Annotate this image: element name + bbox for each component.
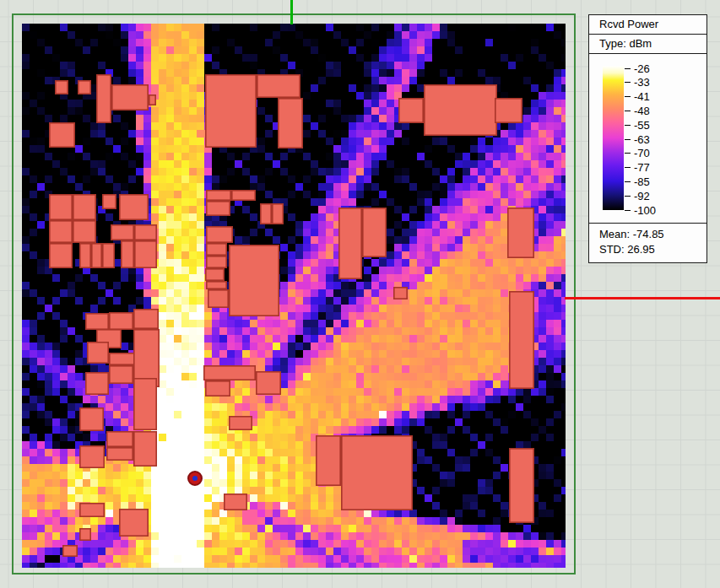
colorbar-tick [625,181,631,182]
legend-panel[interactable]: Rcvd Power Type: dBm -26-33-41-48-55-63-… [588,14,707,263]
colorbar-label-row: -92 [625,189,705,202]
colorbar-label-row: -63 [625,132,705,146]
colorbar-label: -48 [634,105,650,117]
colorbar-tick [625,125,631,126]
legend-colorbar [603,66,624,210]
legend-scale: -26-33-41-48-55-63-70-77-85-92-100 [589,54,706,224]
colorbar-label-row: -33 [625,76,705,89]
colorbar-tick [625,153,631,154]
colorbar-tick [625,68,631,69]
colorbar-label: -92 [634,190,650,202]
horizontal-crosshair-line [565,297,720,299]
colorbar-label-row: -55 [625,118,705,132]
colorbar-label-row: -26 [625,62,705,75]
transmitter-center-dot [192,476,198,481]
colorbar-label: -77 [634,161,650,174]
colorbar-label: -33 [634,76,650,89]
colorbar-label-row: -70 [625,147,705,160]
colorbar-label: -63 [634,133,650,146]
colorbar-label-row: -41 [625,90,705,104]
colorbar-label: -100 [634,204,656,217]
colorbar-label-row: -85 [625,175,705,188]
colorbar-label: -70 [634,147,650,159]
legend-stats: Mean: -74.85 STD: 26.95 [589,224,706,262]
transmitter-marker[interactable] [187,471,203,486]
colorbar-tick [625,96,631,97]
legend-type-label: Type: dBm [589,35,706,54]
colorbar-label: -41 [634,90,650,103]
colorbar-label-row: -100 [625,203,705,217]
colorbar-label-row: -48 [625,104,705,117]
legend-std-value: STD: 26.95 [599,242,703,257]
colorbar-tick [625,82,631,83]
colorbar-tick [625,210,631,211]
colorbar-tick [625,196,631,197]
colorbar-tick [625,139,631,140]
colorbar-tick [625,167,631,168]
vertical-crosshair-line [290,0,293,24]
colorbar-label: -55 [634,119,650,132]
workspace-background: Rcvd Power Type: dBm -26-33-41-48-55-63-… [0,0,720,588]
received-power-heatmap[interactable] [22,24,566,568]
colorbar-label: -26 [634,62,650,75]
legend-mean-value: Mean: -74.85 [599,227,703,242]
colorbar-label: -85 [634,175,650,188]
legend-title: Rcvd Power [589,15,706,35]
colorbar-tick [625,111,631,111]
colorbar-label-row: -77 [625,161,705,175]
